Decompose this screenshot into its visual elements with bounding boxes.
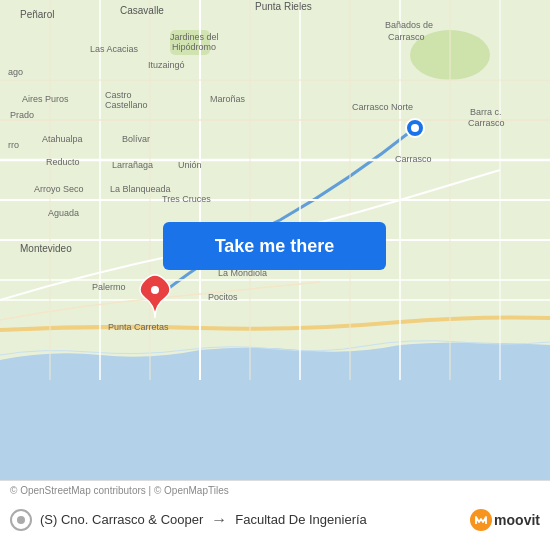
svg-text:Castro: Castro [105, 90, 132, 100]
arrow-icon: → [211, 511, 227, 529]
svg-text:Casavalle: Casavalle [120, 5, 164, 16]
svg-text:Punta Rieles: Punta Rieles [255, 1, 312, 12]
svg-text:Tres Cruces: Tres Cruces [162, 194, 211, 204]
destination-label: Facultad De Ingeniería [235, 512, 367, 527]
svg-point-56 [411, 124, 419, 132]
svg-text:Larrañaga: Larrañaga [112, 160, 153, 170]
svg-text:La Blanqueada: La Blanqueada [110, 184, 171, 194]
svg-text:Ituzaingó: Ituzaingó [148, 60, 185, 70]
origin-dot [17, 516, 25, 524]
svg-point-57 [151, 286, 159, 294]
svg-text:Hipódromo: Hipódromo [172, 42, 216, 52]
origin-label: (S) Cno. Carrasco & Cooper [40, 512, 203, 527]
svg-text:Montevideo: Montevideo [20, 243, 72, 254]
svg-text:Carrasco: Carrasco [395, 154, 432, 164]
svg-text:Arroyo Seco: Arroyo Seco [34, 184, 84, 194]
map-container: Peñarol Casavalle Punta Rieles Bañados d… [0, 0, 550, 480]
attribution-text: © OpenStreetMap contributors | © OpenMap… [10, 485, 229, 496]
svg-text:Peñarol: Peñarol [20, 9, 54, 20]
svg-text:Carrasco Norte: Carrasco Norte [352, 102, 413, 112]
svg-text:Bolívar: Bolívar [122, 134, 150, 144]
svg-text:Barra c.: Barra c. [470, 107, 502, 117]
moovit-logo-icon [470, 509, 492, 531]
svg-text:Castellano: Castellano [105, 100, 148, 110]
origin-icon [10, 509, 32, 531]
svg-text:Pocitos: Pocitos [208, 292, 238, 302]
moovit-logo: moovit [470, 509, 540, 531]
svg-text:Punta Carretas: Punta Carretas [108, 322, 169, 332]
svg-text:Bañados de: Bañados de [385, 20, 433, 30]
svg-text:Prado: Prado [10, 110, 34, 120]
svg-text:rro: rro [8, 140, 19, 150]
svg-text:Atahualpa: Atahualpa [42, 134, 83, 144]
svg-text:Aires Puros: Aires Puros [22, 94, 69, 104]
svg-text:Las Acacias: Las Acacias [90, 44, 139, 54]
footer-route: (S) Cno. Carrasco & Cooper → Facultad De… [10, 501, 540, 531]
svg-text:Carrasco: Carrasco [388, 32, 425, 42]
svg-text:Maroñas: Maroñas [210, 94, 246, 104]
take-me-there-button[interactable]: Take me there [163, 222, 386, 270]
svg-text:Unión: Unión [178, 160, 202, 170]
footer: © OpenStreetMap contributors | © OpenMap… [0, 480, 550, 550]
svg-text:ago: ago [8, 67, 23, 77]
svg-text:Aguada: Aguada [48, 208, 79, 218]
svg-text:Reducto: Reducto [46, 157, 80, 167]
svg-text:Palermo: Palermo [92, 282, 126, 292]
svg-text:Jardines del: Jardines del [170, 32, 219, 42]
svg-text:Carrasco: Carrasco [468, 118, 505, 128]
moovit-text: moovit [494, 512, 540, 528]
